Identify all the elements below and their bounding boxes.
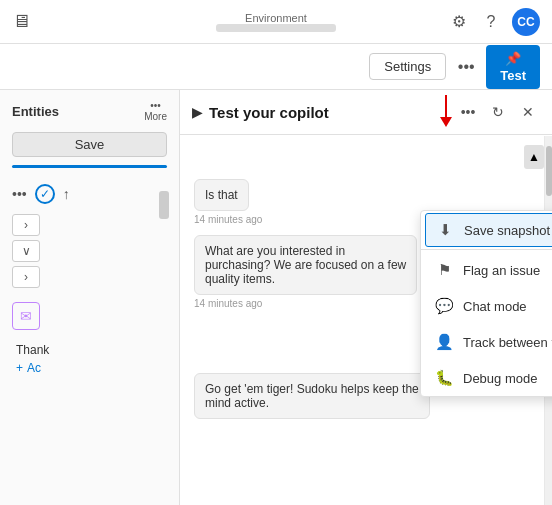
flag-icon: ⚑: [435, 261, 453, 279]
debug-mode-item[interactable]: 🐛 Debug mode: [421, 360, 552, 396]
track-icon: 👤: [435, 333, 453, 351]
scroll-up-area: ▲: [194, 145, 544, 169]
environment-label: Environment: [245, 12, 307, 24]
chat-time-2: 14 minutes ago: [194, 298, 417, 309]
chat-message-1: Is that 14 minutes ago: [194, 179, 262, 225]
test-button[interactable]: 📌 Test: [486, 45, 540, 89]
flag-issue-label: Flag an issue: [463, 263, 552, 278]
left-panel: Entities ••• More Save ••• ✓ ↑ › ∨ › ✉: [0, 90, 180, 505]
right-panel: ▶ Test your copilot ••• ↻ ✕ ▲ Is that 14…: [180, 90, 552, 505]
ellipsis-icon-btn[interactable]: •••: [456, 100, 480, 124]
bubble-left-2: What are you interested in purchasing? W…: [194, 235, 417, 295]
message-icon-box: ✉: [12, 302, 40, 330]
entity-arrow-icon[interactable]: ↑: [63, 186, 70, 202]
add-button[interactable]: + Ac: [16, 361, 163, 375]
msg2-text: What are you interested in purchasing? W…: [205, 244, 406, 286]
top-bar-icons: ⚙ ? CC: [448, 8, 540, 36]
entities-label: Entities: [12, 104, 59, 119]
monitor-icon: 🖥: [12, 11, 30, 32]
test-pin-icon: 📌: [505, 51, 521, 66]
message-icon: ✉: [20, 308, 32, 324]
second-bar: Settings ••• 📌 Test: [0, 44, 552, 90]
save-snapshot-label: Save snapshot: [464, 223, 552, 238]
top-bar: 🖥 Environment ⚙ ? CC: [0, 0, 552, 44]
entity-row-1: ••• ✓ ↑: [12, 184, 167, 204]
bubble-left-4: Go get 'em tiger! Sudoku helps keep the …: [194, 373, 430, 419]
left-panel-content: ••• ✓ ↑ › ∨ › ✉ Thank + Ac: [0, 176, 179, 505]
main-layout: Entities ••• More Save ••• ✓ ↑ › ∨ › ✉: [0, 90, 552, 505]
entity-dot-menu[interactable]: •••: [12, 186, 27, 202]
avatar[interactable]: CC: [512, 8, 540, 36]
track-topics-item[interactable]: 👤 Track between topics: [421, 324, 552, 360]
settings-button[interactable]: Settings: [369, 53, 446, 80]
scroll-thumb: [159, 191, 169, 219]
scroll-up-button[interactable]: ▲: [524, 145, 544, 169]
more-options-button[interactable]: •••: [452, 53, 480, 81]
red-arrow-line: [445, 95, 447, 117]
copilot-header-icons: ••• ↻ ✕: [456, 100, 540, 124]
dropdown-divider-1: [421, 249, 552, 250]
track-topics-label: Track between topics: [463, 335, 552, 350]
thank-label: Thank: [16, 343, 49, 357]
nav-buttons: › ∨ ›: [12, 214, 167, 288]
left-panel-header: Entities ••• More: [0, 90, 179, 132]
copilot-title: Test your copilot: [209, 104, 450, 121]
progress-bar: [12, 165, 167, 168]
nav-btn-down[interactable]: ∨: [12, 240, 40, 262]
gear-icon[interactable]: ⚙: [448, 11, 470, 33]
email-placeholder: [216, 24, 336, 32]
thank-section: Thank + Ac: [12, 342, 167, 375]
second-bar-right: Settings ••• 📌 Test: [369, 45, 540, 89]
bubble-left-1: Is that: [194, 179, 249, 211]
dropdown-menu: ⬇ Save snapshot ⚑ Flag an issue 💬 Chat m…: [420, 210, 552, 397]
red-arrow-head: [440, 117, 452, 127]
save-snapshot-item[interactable]: ⬇ Save snapshot: [425, 213, 552, 247]
nav-btn-right-2[interactable]: ›: [12, 266, 40, 288]
copilot-expand-arrow[interactable]: ▶: [192, 104, 203, 120]
debug-icon: 🐛: [435, 369, 453, 387]
red-arrow: [440, 95, 452, 127]
right-scroll-thumb: [546, 146, 552, 196]
chat-time-1: 14 minutes ago: [194, 214, 262, 225]
entity-check-icon: ✓: [35, 184, 55, 204]
more-link[interactable]: ••• More: [144, 100, 167, 122]
chat-message-4: Go get 'em tiger! Sudoku helps keep the …: [194, 373, 430, 419]
flag-issue-item[interactable]: ⚑ Flag an issue: [421, 252, 552, 288]
help-icon[interactable]: ?: [480, 11, 502, 33]
chat-mode-icon: 💬: [435, 297, 453, 315]
chat-mode-item[interactable]: 💬 Chat mode Text ›: [421, 288, 552, 324]
refresh-icon-btn[interactable]: ↻: [486, 100, 510, 124]
top-bar-center: Environment: [216, 12, 336, 32]
chat-message-2: What are you interested in purchasing? W…: [194, 235, 417, 309]
nav-btn-right[interactable]: ›: [12, 214, 40, 236]
debug-mode-label: Debug mode: [463, 371, 552, 386]
save-button[interactable]: Save: [12, 132, 167, 157]
chat-mode-label: Chat mode: [463, 299, 552, 314]
save-snapshot-icon: ⬇: [436, 221, 454, 239]
close-icon-btn[interactable]: ✕: [516, 100, 540, 124]
copilot-header: ▶ Test your copilot ••• ↻ ✕: [180, 90, 552, 135]
top-bar-left: 🖥: [12, 11, 30, 32]
msg4-text: Go get 'em tiger! Sudoku helps keep the …: [205, 382, 419, 410]
test-label: Test: [500, 68, 526, 83]
